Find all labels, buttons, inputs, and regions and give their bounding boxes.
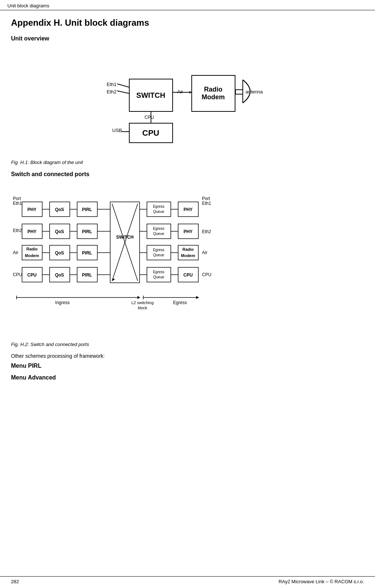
svg-text:Modem: Modem <box>181 253 195 258</box>
svg-text:Egress: Egress <box>153 227 164 231</box>
usb-label: USB <box>112 128 122 133</box>
svg-text:PIRL: PIRL <box>82 272 92 278</box>
appendix-title: Appendix H. Unit block diagrams <box>11 18 364 28</box>
svg-rect-40 <box>147 202 171 217</box>
menu-advanced-title: Menu Advanced <box>11 374 364 381</box>
switch-ports-title: Switch and connected ports <box>11 171 364 178</box>
radio-modem-box: Radio Modem <box>191 75 235 112</box>
cpu-connector-label: CPU <box>145 115 154 120</box>
svg-text:Queue: Queue <box>153 232 164 236</box>
svg-marker-93 <box>137 296 140 299</box>
svg-rect-43 <box>147 224 171 239</box>
footer-copyright: RAy2 Microwave Link – © RACOM s.r.o. <box>278 579 364 584</box>
svg-marker-95 <box>196 296 199 299</box>
svg-text:Eth2: Eth2 <box>202 229 211 234</box>
svg-text:Queue: Queue <box>153 275 164 279</box>
page-footer: 282 RAy2 Microwave Link – © RACOM s.r.o. <box>0 576 375 584</box>
svg-line-1 <box>117 91 129 93</box>
svg-text:Air: Air <box>202 250 208 255</box>
svg-text:PIRL: PIRL <box>82 229 92 234</box>
svg-text:Egress: Egress <box>153 204 164 209</box>
svg-text:QoS: QoS <box>55 250 64 256</box>
svg-text:QoS: QoS <box>55 207 64 212</box>
svg-text:Egress: Egress <box>153 248 164 252</box>
svg-line-0 <box>117 84 129 87</box>
other-schemes-text: Other schemes processing of framework: <box>11 353 364 359</box>
svg-text:QoS: QoS <box>55 272 64 278</box>
svg-text:Egress: Egress <box>153 270 164 274</box>
switch-box: SWITCH <box>129 79 173 112</box>
svg-rect-49 <box>147 267 171 282</box>
cpu-main-box: CPU <box>129 123 173 143</box>
svg-text:SWITCH: SWITCH <box>116 235 133 240</box>
svg-text:Radio: Radio <box>183 247 194 252</box>
header-title: Unit block diagrams <box>7 3 49 8</box>
switch-diagram: PHY QoS PIRL PHY QoS PIRL Radio Modem Qo… <box>11 183 298 338</box>
svg-text:L2 switching: L2 switching <box>131 300 154 305</box>
svg-text:CPU: CPU <box>202 272 211 277</box>
svg-text:PHY: PHY <box>28 229 37 234</box>
switch-diagram-svg: PHY QoS PIRL PHY QoS PIRL Radio Modem Qo… <box>11 183 298 338</box>
svg-text:Ingress: Ingress <box>55 300 69 305</box>
overview-svg <box>77 49 298 152</box>
svg-text:PIRL: PIRL <box>82 207 92 212</box>
fig1-caption: Fig. H.1: Block diagram of the unit <box>11 160 364 165</box>
svg-text:Port: Port <box>13 196 21 201</box>
svg-text:PIRL: PIRL <box>82 250 92 256</box>
air-label: Air <box>177 89 183 95</box>
svg-rect-46 <box>147 245 171 260</box>
antenna-label: antenna <box>246 89 263 95</box>
svg-text:Port: Port <box>202 196 210 201</box>
menu-pirl-title: Menu PIRL <box>11 363 364 369</box>
svg-text:Eth2: Eth2 <box>13 228 22 233</box>
page-header: Unit block diagrams <box>0 0 375 10</box>
svg-text:CPU: CPU <box>27 272 36 278</box>
svg-text:Eth1: Eth1 <box>13 201 22 206</box>
svg-text:Radio: Radio <box>26 247 38 251</box>
fig2-caption: Fig. H.2: Switch and connected ports <box>11 342 364 347</box>
svg-text:Queue: Queue <box>153 210 164 214</box>
svg-text:QoS: QoS <box>55 229 64 234</box>
svg-text:CPU: CPU <box>183 272 192 278</box>
svg-text:block: block <box>138 306 147 310</box>
svg-text:Air: Air <box>13 250 18 255</box>
svg-text:PHY: PHY <box>184 207 193 212</box>
svg-text:CPU: CPU <box>13 272 22 277</box>
svg-text:PHY: PHY <box>28 207 37 212</box>
unit-overview-title: Unit overview <box>11 35 364 42</box>
page-number: 282 <box>11 579 19 584</box>
svg-text:Egress: Egress <box>173 300 187 305</box>
svg-text:Modem: Modem <box>25 253 39 258</box>
svg-text:Queue: Queue <box>153 253 164 257</box>
page-content: Appendix H. Unit block diagrams Unit ove… <box>0 10 375 408</box>
svg-text:Eth1: Eth1 <box>202 201 211 206</box>
unit-overview-diagram: Eth1 Eth2 SWITCH Radio Mode <box>77 49 298 152</box>
svg-text:PHY: PHY <box>184 229 193 234</box>
